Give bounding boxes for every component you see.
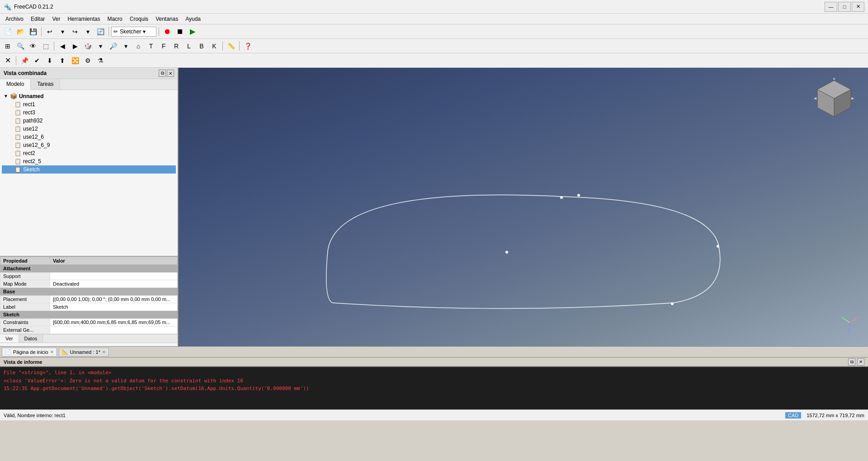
tree-icon-rect2: 📋 [14,150,21,156]
prop-value[interactable]: [600,00 mm;400,00 mm;6,85 mm;6,85 mm;69,… [50,319,178,326]
sketch-export-button[interactable]: ⬆ [57,55,68,66]
sketch-validate-button[interactable]: ✔ [31,55,43,66]
menu-item-archivo[interactable]: Archivo [2,14,27,24]
prop-value[interactable]: Deactivated [50,280,178,288]
svg-text:X: X [857,316,859,320]
undo-dropdown[interactable]: ▾ [57,26,68,37]
home-page-icon: 📄 [5,349,11,355]
prop-value[interactable]: [(0,00 0,00 1,00); 0,00 °; (0,00 mm 0,00… [50,296,178,303]
macro-record-button[interactable]: ⏺ [161,26,173,37]
prop-value[interactable] [50,326,178,334]
tab-unnamed[interactable]: 📐 Unnamed : 1* ✕ [59,348,109,357]
close-button[interactable]: ✕ [852,2,864,12]
report-float-button[interactable]: ⧉ [848,358,855,366]
home-tab-close-button[interactable]: ✕ [50,350,54,354]
tree-item-path932[interactable]: 📋 path932 [2,117,176,125]
selection-box-button[interactable]: ⬚ [40,41,52,52]
tree-label-use12: use12 [23,126,38,132]
viewport[interactable]: ▲ ▶ ▼ ◀ X Y Z [179,68,868,346]
redo-dropdown[interactable]: ▾ [82,26,94,37]
new-file-button[interactable]: 📄 [2,26,14,37]
view-top-button[interactable]: T [145,41,157,52]
redo-button[interactable]: ↪ [69,26,81,37]
unnamed-tab-close-button[interactable]: ✕ [102,350,106,354]
viewport-tabs: 📄 Página de inicio ✕ 📐 Unnamed : 1* ✕ [0,346,868,357]
tab-tareas[interactable]: Tareas [31,79,60,89]
nav-back-button[interactable]: ◀ [57,41,68,52]
tab-modelo[interactable]: Modelo [0,79,31,90]
tab-home-page[interactable]: 📄 Página de inicio ✕ [2,348,57,357]
help-button[interactable]: ❓ [242,41,254,52]
menu-item-croquis[interactable]: Croquis [126,14,152,24]
view-3d-button[interactable]: 🎲 [82,41,94,52]
nav-fwd-button[interactable]: ▶ [69,41,81,52]
report-close-button[interactable]: ✕ [857,358,864,366]
sketch-symmetry-button[interactable]: ⚗ [94,55,106,66]
macro-play-button[interactable]: ▶ [187,26,198,37]
panel-float-button[interactable]: ⧉ [159,70,166,77]
undo-button[interactable]: ↩ [44,26,56,37]
sketch-mirror-button[interactable]: 🔀 [69,55,81,66]
view-front-button[interactable]: F [158,41,170,52]
panel-close-button[interactable]: ✕ [167,70,174,77]
svg-text:◀: ◀ [814,96,817,100]
sketch-import-button[interactable]: ⬇ [44,55,56,66]
prop-tab-ver[interactable]: Ver [0,334,19,343]
tree-root-label: Unnamed [19,93,44,99]
corner-point-4 [671,302,674,305]
view-3d-dropdown[interactable]: ▾ [94,41,106,52]
tree-item-rect3[interactable]: 📋 rect3 [2,108,176,117]
menu-item-ventanas[interactable]: Ventanas [152,14,182,24]
zoom-fit-button[interactable]: ⊞ [2,41,14,52]
toolbar-separator-1 [41,27,42,36]
nav-cube[interactable]: ▲ ▶ ▼ ◀ [814,77,854,118]
prop-value[interactable] [50,273,178,280]
prop-row: Label Sketch [0,303,178,311]
view-home-button[interactable]: ⌂ [132,41,144,52]
tree-item-use12_6_9[interactable]: 📋 use12_6_9 [2,141,176,149]
tree-item-use12[interactable]: 📋 use12 [2,125,176,133]
tree-item-rect2_5[interactable]: 📋 rect2_5 [2,157,176,165]
zoom-fit2-button[interactable]: 🔎 [107,41,119,52]
tree-item-Sketch[interactable]: 📋 Sketch [2,165,176,174]
macro-stop-button[interactable]: ⏹ [174,26,186,37]
axis-indicator: X Y Z [841,314,859,333]
prop-row: External Ge... [0,326,178,334]
menu-item-macro[interactable]: Macro [104,14,126,24]
save-file-button[interactable]: 💾 [27,26,39,37]
attach-sketch-button[interactable]: 📌 [19,55,30,66]
status-text: Válid, Nombre interno: rect1 [4,413,66,418]
view-right-button[interactable]: R [170,41,182,52]
svg-text:Z: Z [848,329,850,332]
main-layout: Vista combinada ⧉ ✕ Modelo Tareas ▼ 📦 Un… [0,68,868,346]
tree-root[interactable]: ▼ 📦 Unnamed [2,92,176,100]
prop-tab-datos[interactable]: Datos [19,334,43,343]
sketch-close-button[interactable]: ✕ [2,55,14,66]
refresh-button[interactable]: 🔄 [94,26,106,37]
menu-item-ayuda[interactable]: Ayuda [182,14,204,24]
svg-line-9 [843,318,850,323]
menu-item-editar[interactable]: Editar [27,14,48,24]
measure-button[interactable]: 📏 [225,41,237,52]
workbench-selector[interactable]: ✏ Sketcher ▾ [111,27,156,37]
sketch-something-button[interactable]: ⚙ [82,55,94,66]
home-page-label: Página de inicio [13,349,48,355]
status-right: CAD 1572,72 mm x 719,72 mm [785,412,864,419]
zoom-in-button[interactable]: 🔍 [14,41,26,52]
view-menu-button[interactable]: 👁 [27,41,39,52]
view-bottom-button[interactable]: B [196,41,208,52]
view-left-button[interactable]: L [183,41,195,52]
menu-item-herramientas[interactable]: Herramientas [64,14,104,24]
maximize-button[interactable]: □ [838,2,851,12]
tree-icon-use12: 📋 [14,126,21,132]
tree-item-rect1[interactable]: 📋 rect1 [2,100,176,108]
open-file-button[interactable]: 📂 [14,26,26,37]
prop-value[interactable]: Sketch [50,303,178,311]
minimize-button[interactable]: — [825,2,837,12]
view-3d-dropdown2[interactable]: ▾ [120,41,132,52]
menu-item-ver[interactable]: Ver [48,14,64,24]
menu-bar: ArchivoEditarVerHerramientasMacroCroquis… [0,14,868,24]
view-back-button[interactable]: K [208,41,220,52]
tree-item-use12_6[interactable]: 📋 use12_6 [2,133,176,141]
tree-item-rect2[interactable]: 📋 rect2 [2,149,176,157]
